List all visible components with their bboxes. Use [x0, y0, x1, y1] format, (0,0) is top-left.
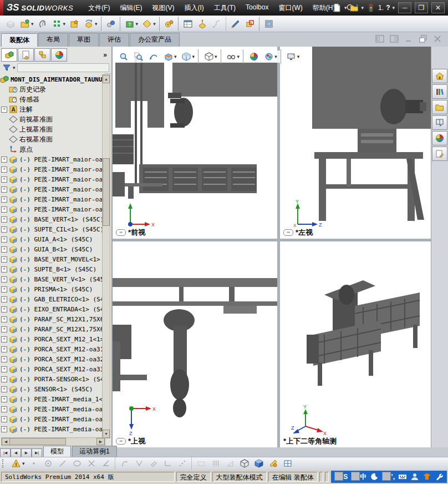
toolbar-button[interactable]: ▾	[162, 17, 179, 31]
expand-icon[interactable]: +	[1, 326, 7, 332]
view-tool-button[interactable]: ▾	[180, 49, 199, 64]
command-tab[interactable]: 办公室产品	[130, 33, 180, 47]
expand-icon[interactable]: +	[1, 246, 7, 253]
sketch-tool-button[interactable]: ▾	[55, 456, 70, 471]
scroll-up-arrow[interactable]: ▲	[103, 75, 110, 83]
horizontal-splitter[interactable]	[113, 239, 431, 241]
sketch-tool-button[interactable]: ! ▾	[9, 456, 27, 471]
minimize-button[interactable]: ─	[398, 2, 411, 13]
task-pane-button[interactable]	[432, 131, 447, 145]
component-row[interactable]: + (-) PE茙-IMART_media-oa3	[0, 414, 104, 424]
viewport-left[interactable]: Y Z X ∞ *左视	[280, 47, 431, 239]
expand-icon[interactable]: +	[1, 177, 7, 183]
command-tab[interactable]: 草图	[69, 33, 99, 47]
toolbar-button[interactable]: ▾	[210, 17, 226, 31]
ime-item[interactable]	[398, 472, 407, 481]
tree-item[interactable]: + A 注解	[0, 104, 104, 114]
expand-icon[interactable]: +	[1, 346, 7, 352]
command-tab[interactable]: 装配体	[1, 33, 38, 47]
task-pane-button[interactable]	[432, 84, 447, 99]
command-tab[interactable]: 评估	[99, 33, 129, 47]
cw-close-icon[interactable]	[432, 34, 442, 43]
sketch-tool-button[interactable]: ▾	[237, 456, 252, 471]
view-tool-button[interactable]: ▾	[262, 49, 281, 64]
component-row[interactable]: + (-) PE茙-IMART_media-oa3	[0, 424, 104, 434]
toolbar-button[interactable]: ▾	[82, 17, 101, 31]
menu-item[interactable]: 文件(F)	[83, 1, 115, 15]
menu-item[interactable]: 编辑(E)	[115, 1, 147, 15]
component-row[interactable]: + (-) PORCA_SEXT_M12-oa33<	[0, 364, 104, 374]
close-button[interactable]: ✕	[431, 2, 445, 13]
resource-monitor-icon[interactable]	[366, 3, 376, 13]
tree-vertical-scrollbar[interactable]: ▲ ▼	[102, 74, 110, 438]
component-row[interactable]: + (-) PE茙-IMART_maior-oa2	[0, 164, 104, 174]
toolbar-button[interactable]: ▾	[262, 17, 276, 31]
vertical-splitter[interactable]	[277, 47, 280, 447]
command-tab[interactable]: 布局	[38, 33, 68, 47]
model-tab[interactable]: 运动算例1	[72, 446, 117, 457]
new-document-icon[interactable]	[332, 3, 342, 13]
tree-item[interactable]: + 上视基准面	[0, 124, 104, 134]
help-icon[interactable]: ?	[386, 4, 390, 12]
view-tool-button[interactable]: ▾	[146, 49, 160, 64]
view-tool-button[interactable]: ▾	[116, 49, 130, 64]
ime-item[interactable]: 中	[351, 472, 366, 481]
sketch-tool-button[interactable]: ▾	[27, 456, 41, 471]
tree-item[interactable]: + 原点	[0, 144, 104, 154]
panel-tab[interactable]	[34, 48, 50, 62]
toolbar-button[interactable]: ▾	[181, 17, 195, 31]
filter-dropdown[interactable]: ▾	[13, 65, 16, 70]
component-row[interactable]: + (-) SUPTE_CIL<1> (S45C)	[0, 224, 104, 234]
menu-item[interactable]: 窗口(W)	[273, 1, 307, 15]
toolbar-button[interactable]: ▾	[18, 17, 35, 31]
toolbar-grip[interactable]	[2, 459, 6, 468]
view-tool-button[interactable]: ▾	[247, 49, 261, 64]
viewport-front[interactable]: X ∞ *前视	[113, 47, 277, 239]
expand-icon[interactable]: +	[1, 157, 7, 163]
cw-minimize-icon[interactable]	[404, 34, 414, 43]
tree-item[interactable]: + 右视基准面	[0, 134, 104, 144]
tree-item[interactable]: + 历史记录	[0, 84, 104, 94]
toolbar-button[interactable]: ▾	[195, 17, 210, 31]
sketch-tool-button[interactable]: ▾	[175, 456, 192, 471]
view-tool-button[interactable]: ▾	[161, 49, 179, 64]
component-row[interactable]: + (-) SUPTE_B<1> (S45C)	[0, 264, 104, 274]
menu-item[interactable]: 视图(V)	[147, 1, 179, 15]
expand-icon[interactable]: +	[1, 386, 7, 392]
view-tool-button[interactable]: ▾	[225, 49, 244, 64]
component-row[interactable]: + (-) PARAF_SC_M12X1,75X60	[0, 324, 104, 334]
sketch-tool-button[interactable]: ▾	[118, 456, 132, 471]
panel-more-chevron[interactable]: »	[103, 51, 107, 59]
expand-icon[interactable]: +	[1, 336, 7, 342]
sketch-tool-button[interactable]: ▾	[223, 456, 237, 471]
component-row[interactable]: + (-) PE茙-IMART_maior-oa2	[0, 184, 104, 194]
view-tool-button[interactable]: ▾	[202, 49, 221, 64]
filter-input[interactable]	[17, 63, 109, 72]
panel-tab[interactable]	[51, 48, 67, 62]
expand-icon[interactable]: +	[1, 306, 7, 312]
open-document-dropdown[interactable]: ▾	[362, 5, 364, 11]
component-row[interactable]: + (-) PORCA_SEXT_M12-oa32<	[0, 354, 104, 364]
sketch-tool-button[interactable]: ▾	[84, 456, 99, 471]
task-pane-button[interactable]	[432, 115, 447, 130]
component-row[interactable]: + (-) BASE_VERT_V<1> (S45C	[0, 274, 104, 284]
toolbar-button[interactable]: ▾	[228, 17, 243, 31]
expand-icon[interactable]: +	[1, 266, 7, 273]
scroll-thumb[interactable]	[9, 438, 66, 445]
viewport-top[interactable]: X Z ∞ *上视	[113, 241, 277, 447]
expand-icon[interactable]: +	[1, 316, 7, 322]
scroll-left-arrow[interactable]: ◀	[2, 438, 10, 445]
expand-icon[interactable]: +	[1, 167, 7, 173]
component-row[interactable]: + (-) GAB_ELETRICO<1> (S45	[0, 294, 104, 304]
component-row[interactable]: + (-) PRISMA<1> (S45C)	[0, 284, 104, 294]
sketch-tool-button[interactable]: ▾	[281, 456, 295, 471]
sketch-tool-button[interactable]: ▾	[146, 456, 161, 471]
tree-horizontal-scrollbar[interactable]: ◀ ▶	[1, 437, 105, 446]
viewport-dimetric[interactable]: Y X Z ∞ *上下二等角轴测	[280, 241, 431, 447]
split-right-icon[interactable]	[389, 34, 399, 43]
component-row[interactable]: + (-) PE茙-IMART_media_1<1	[0, 394, 104, 404]
component-row[interactable]: + (-) PE茙-IMART_maior-oa2	[0, 194, 104, 204]
ime-item[interactable]	[422, 472, 431, 481]
expand-icon[interactable]: +	[1, 186, 7, 193]
expand-icon[interactable]: +	[1, 376, 7, 382]
